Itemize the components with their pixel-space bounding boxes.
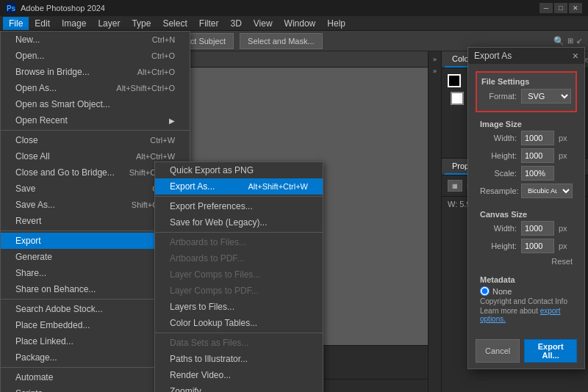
resample-row: Resample: Bicubic Auto...: [480, 184, 573, 198]
export-quick-png[interactable]: Quick Export as PNG: [155, 162, 323, 178]
layers-to-files[interactable]: Layers to Files...: [155, 299, 323, 315]
img-height-unit: px: [559, 151, 567, 160]
paths-to-illustrator[interactable]: Paths to Illustrator...: [155, 351, 323, 367]
menu-browse-bridge[interactable]: Browse in Bridge...Alt+Ctrl+O: [1, 64, 190, 80]
export-as-dialog: Export As × File Settings Format: SVG PN…: [467, 47, 585, 369]
menu-filter[interactable]: Filter: [193, 17, 225, 30]
menu-close[interactable]: CloseCtrl+W: [1, 132, 190, 148]
resample-select[interactable]: Bicubic Auto...: [521, 184, 573, 198]
extra-icon1[interactable]: ⊞: [567, 37, 573, 45]
canvas-size-title: Canvas Size: [480, 210, 573, 219]
menu-image[interactable]: Image: [56, 17, 92, 30]
artboards-to-pdf: Artboards to PDF...: [155, 250, 323, 266]
learn-more-row: Learn more about export options.: [480, 307, 573, 323]
dialog-title: Export As: [474, 51, 512, 61]
panel-toggle-2[interactable]: »: [430, 66, 440, 76]
menu-3d[interactable]: 3D: [224, 17, 247, 30]
scale-row: Scale:: [480, 166, 573, 181]
scale-input[interactable]: [521, 166, 554, 181]
img-width-unit: px: [559, 134, 567, 142]
image-size-title: Image Size: [480, 120, 573, 128]
dialog-close-button[interactable]: ×: [573, 50, 578, 62]
img-height-label: Height:: [480, 151, 517, 160]
menu-window[interactable]: Window: [279, 17, 322, 30]
title-bar-controls[interactable]: ─ □ ✕: [539, 3, 582, 13]
background-swatch[interactable]: [451, 92, 464, 105]
panel-toggle-1[interactable]: »: [430, 54, 440, 65]
sep3: [155, 333, 323, 333]
canvas-width-input[interactable]: [521, 221, 554, 236]
render-video[interactable]: Render Video...: [155, 367, 323, 383]
artboards-to-files: Artboards to Files...: [155, 234, 323, 250]
menu-open[interactable]: Open...Ctrl+O: [1, 48, 190, 64]
canvas-height-label: Height:: [480, 242, 517, 250]
export-submenu: Quick Export as PNG Export As...Alt+Shif…: [154, 161, 323, 392]
layer-icon: ▦: [448, 180, 462, 192]
dialog-footer: Cancel Export All...: [468, 336, 584, 369]
close-button[interactable]: ✕: [569, 3, 582, 13]
fg-bg-swatches: [448, 74, 464, 105]
title-bar-left: Ps Adobe Photoshop 2024: [6, 3, 105, 13]
extra-icon2[interactable]: ↙: [576, 37, 582, 45]
minimize-button[interactable]: ─: [539, 3, 553, 13]
select-and-mask-button[interactable]: Select and Mask...: [240, 33, 323, 49]
resample-label: Resample:: [480, 186, 517, 195]
zoomify[interactable]: Zoomify...: [155, 383, 323, 392]
canvas-height-row: Height: px: [480, 239, 573, 253]
export-all-button[interactable]: Export All...: [524, 339, 577, 363]
save-for-web[interactable]: Save for Web (Legacy)...: [155, 214, 323, 231]
metadata-section: Metadata None Copyright and Contact Info…: [476, 272, 577, 326]
canvas-width-unit: px: [559, 224, 567, 233]
menu-view[interactable]: View: [248, 17, 279, 30]
menu-type[interactable]: Type: [126, 17, 157, 30]
menu-open-recent[interactable]: Open Recent▶: [1, 112, 190, 128]
data-sets-as-files: Data Sets as Files...: [155, 335, 323, 351]
color-lookup-tables[interactable]: Color Lookup Tables...: [155, 315, 323, 331]
layer-comps-to-pdf: Layer Comps to PDF...: [155, 283, 323, 299]
foreground-swatch[interactable]: [448, 74, 461, 87]
metadata-none-radio[interactable]: [480, 286, 490, 296]
menu-help[interactable]: Help: [321, 17, 351, 30]
menu-open-as[interactable]: Open As...Alt+Shift+Ctrl+O: [1, 80, 190, 96]
reset-button[interactable]: Reset: [551, 257, 573, 266]
img-height-row: Height: px: [480, 148, 573, 163]
img-width-row: Width: px: [480, 131, 573, 145]
canvas-height-input[interactable]: [521, 239, 554, 253]
metadata-title: Metadata: [480, 275, 573, 284]
export-as[interactable]: Export As...Alt+Shift+Ctrl+W: [155, 178, 323, 195]
maximize-button[interactable]: □: [554, 3, 567, 13]
menu-bar: File Edit Image Layer Type Select Filter…: [0, 16, 588, 31]
format-label: Format:: [481, 92, 517, 101]
sep2: [155, 232, 323, 233]
sep1: [1, 130, 190, 131]
menu-select[interactable]: Select: [157, 17, 193, 30]
image-size-section: Image Size Width: px Height: px Scale: R…: [476, 117, 577, 204]
cancel-button[interactable]: Cancel: [476, 339, 520, 363]
search-icon[interactable]: 🔍: [553, 36, 564, 46]
menu-new[interactable]: New...Ctrl+N: [1, 32, 190, 48]
dialog-title-bar: Export As ×: [468, 48, 584, 64]
sep1: [155, 196, 323, 197]
right-icon-strip: » »: [428, 51, 441, 392]
app-title: Adobe Photoshop 2024: [21, 4, 105, 12]
menu-file[interactable]: File: [3, 17, 29, 30]
learn-more-link[interactable]: export options.: [480, 307, 561, 323]
scale-label: Scale:: [480, 169, 517, 178]
layer-comps-to-files: Layer Comps to Files...: [155, 266, 323, 283]
dialog-content: File Settings Format: SVG PNG JPG GIF We…: [468, 64, 584, 336]
menu-open-smart-object[interactable]: Open as Smart Object...: [1, 96, 190, 112]
export-preferences[interactable]: Export Preferences...: [155, 198, 323, 214]
copyright-link[interactable]: Copyright and Contact Info: [480, 297, 573, 305]
menu-layer[interactable]: Layer: [92, 17, 126, 30]
reset-row: Reset: [480, 256, 573, 266]
menu-edit[interactable]: Edit: [29, 17, 56, 30]
metadata-option-row: None: [480, 286, 573, 296]
format-select[interactable]: SVG PNG JPG GIF WebP: [521, 89, 571, 104]
img-height-input[interactable]: [521, 148, 554, 163]
canvas-width-label: Width:: [480, 224, 517, 233]
canvas-size-section: Canvas Size Width: px Height: px Reset: [476, 207, 577, 269]
app-icon: Ps: [6, 3, 16, 13]
metadata-none-label: None: [492, 287, 512, 296]
file-settings-section: File Settings Format: SVG PNG JPG GIF We…: [476, 71, 577, 112]
img-width-input[interactable]: [521, 131, 554, 145]
